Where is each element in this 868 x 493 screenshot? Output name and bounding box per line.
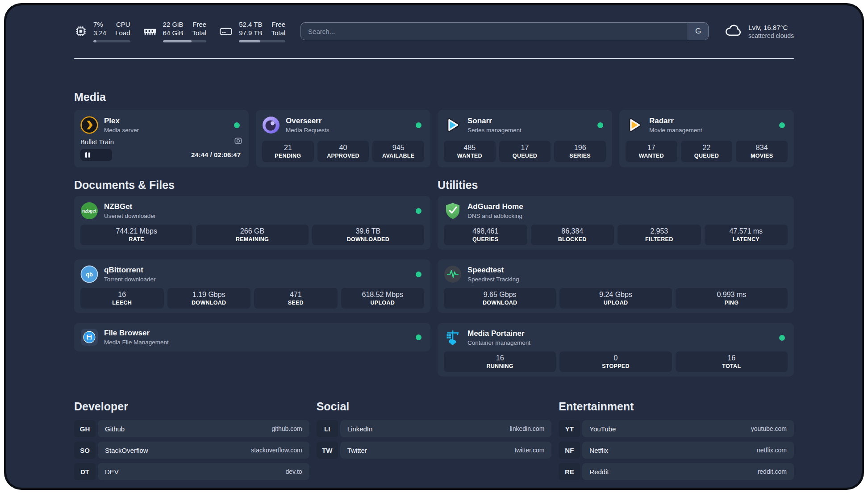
- bookmark-name: Reddit: [589, 468, 609, 476]
- search-engine-button[interactable]: G: [688, 23, 708, 40]
- cpu-usage-value: 7%: [93, 20, 106, 29]
- app-desc: Container management: [467, 339, 530, 346]
- bookmark-group-social: Social LI LinkedInlinkedin.com TW Twitte…: [317, 400, 552, 480]
- stat-tile: 9.65 GbpsDOWNLOAD: [444, 288, 556, 309]
- bookmark-url: github.com: [271, 425, 302, 432]
- now-playing-title: Bullet Train: [80, 138, 114, 146]
- plex-card[interactable]: Plex Media server Bullet Train 24:44 / 0…: [74, 110, 249, 167]
- bookmark-abbr: SO: [74, 442, 96, 459]
- stat-tile: 266 GBREMAINING: [196, 225, 308, 245]
- app-name: Radarr: [649, 117, 702, 125]
- app-name: Plex: [104, 117, 139, 125]
- app-name: qBittorrent: [104, 266, 156, 275]
- status-dot: [234, 122, 240, 128]
- stat-tile: 22QUEUED: [681, 141, 733, 162]
- cpu-usage-label: CPU: [115, 20, 130, 29]
- weather-condition: scattered clouds: [748, 32, 794, 39]
- app-name: Speedtest: [467, 266, 519, 275]
- cpu-icon: [74, 25, 88, 38]
- stat-tile: 471SEED: [254, 288, 338, 309]
- weather-widget[interactable]: Lviv, 16.87°C scattered clouds: [724, 23, 794, 40]
- bookmark-url: youtube.com: [751, 425, 787, 432]
- filebrowser-icon: [80, 328, 98, 346]
- ram-free-value: 22 GiB: [163, 20, 184, 29]
- disk-total-value: 97.9 TB: [239, 29, 262, 37]
- bookmark-abbr: YT: [559, 420, 580, 437]
- search-bar: G: [300, 22, 709, 40]
- bookmark-name: LinkedIn: [347, 425, 373, 433]
- section-documents: Documents & Files nzbget NZBGet Usenet d…: [74, 178, 430, 351]
- playback-progress-bar[interactable]: 24:44 / 02:06:47: [80, 149, 242, 161]
- bookmark-url: dev.to: [286, 468, 302, 475]
- nzbget-icon: nzbget: [80, 202, 98, 220]
- speedtest-card[interactable]: Speedtest Speedtest Tracking 9.65 GbpsDO…: [438, 259, 794, 313]
- stat-tile: 485WANTED: [444, 141, 496, 162]
- bookmark-reddit[interactable]: RE Redditreddit.com: [559, 463, 794, 480]
- now-playing-icon: [234, 137, 242, 147]
- bookmark-netflix[interactable]: NF Netflixnetflix.com: [559, 442, 794, 459]
- bookmark-abbr: DT: [74, 463, 96, 480]
- filebrowser-card[interactable]: File Browser Media File Management: [74, 323, 430, 351]
- bookmark-name: YouTube: [589, 425, 616, 433]
- stat-tile: 834MOVIES: [736, 141, 788, 162]
- bookmark-dev[interactable]: DT DEVdev.to: [74, 463, 309, 480]
- bookmark-abbr: LI: [317, 420, 338, 437]
- app-name: AdGuard Home: [467, 202, 523, 211]
- pause-icon[interactable]: [85, 152, 90, 158]
- ram-free-label: Free: [192, 20, 206, 29]
- overseerr-card[interactable]: Overseerr Media Requests 21PENDING 40APP…: [256, 110, 430, 167]
- stat-tile: 39.6 TBDOWNLOADED: [312, 225, 424, 245]
- radarr-card[interactable]: Radarr Movie management 17WANTED 22QUEUE…: [619, 110, 794, 167]
- dashboard: 7% 3.24 CPU Load: [6, 5, 862, 488]
- ram-total-label: Total: [192, 29, 206, 37]
- app-desc: Usenet downloader: [104, 213, 156, 219]
- ram-stat: 22 GiB 64 GiB Free Total: [143, 20, 207, 42]
- stat-tile: 498,461QUERIES: [444, 225, 527, 245]
- bookmark-github[interactable]: GH Githubgithub.com: [74, 420, 309, 437]
- plex-icon: [80, 116, 98, 134]
- status-dot: [416, 334, 421, 340]
- bookmark-linkedin[interactable]: LI LinkedInlinkedin.com: [317, 420, 552, 437]
- bookmark-twitter[interactable]: TW Twittertwitter.com: [317, 442, 552, 459]
- app-name: Sonarr: [467, 117, 522, 125]
- stat-tile: 618.52 MbpsUPLOAD: [341, 288, 425, 309]
- bookmark-name: DEV: [105, 468, 119, 476]
- portainer-card[interactable]: Media Portainer Container management 16R…: [438, 323, 794, 376]
- disk-icon: [219, 25, 233, 38]
- adguard-icon: [444, 202, 462, 220]
- sonarr-card[interactable]: Sonarr Series management 485WANTED 17QUE…: [438, 110, 612, 167]
- search-input[interactable]: [301, 23, 688, 40]
- bookmark-abbr: GH: [74, 420, 96, 437]
- section-title-media: Media: [74, 90, 794, 104]
- stat-tile: 945AVAILABLE: [372, 141, 424, 162]
- section-title-social: Social: [317, 400, 552, 413]
- app-desc: Torrent downloader: [104, 276, 156, 283]
- stat-tile: 17QUEUED: [499, 141, 551, 162]
- stat-tile: 17WANTED: [626, 141, 677, 162]
- bookmark-url: twitter.com: [514, 447, 544, 454]
- disk-total-label: Total: [271, 29, 285, 37]
- speedtest-icon: [444, 265, 462, 283]
- ram-progress-bar: [163, 40, 207, 42]
- adguard-card[interactable]: AdGuard Home DNS and adblocking 498,461Q…: [438, 196, 794, 250]
- section-title-documents: Documents & Files: [74, 178, 430, 192]
- app-name: File Browser: [104, 329, 169, 338]
- bookmark-url: netflix.com: [757, 447, 787, 454]
- app-desc: Media server: [104, 127, 139, 134]
- stat-tile: 0STOPPED: [559, 351, 672, 372]
- playback-time: 24:44 / 02:06:47: [191, 151, 241, 159]
- app-name: Media Portainer: [467, 329, 530, 338]
- nzbget-card[interactable]: nzbget NZBGet Usenet downloader 744.21 M…: [74, 196, 430, 250]
- app-desc: DNS and adblocking: [467, 213, 523, 219]
- qbittorrent-card[interactable]: qb qBittorrent Torrent downloader 16LEEC…: [74, 259, 430, 313]
- bookmark-youtube[interactable]: YT YouTubeyoutube.com: [559, 420, 794, 437]
- disk-progress-bar: [239, 40, 285, 42]
- bookmark-name: Github: [105, 425, 125, 433]
- bookmark-name: Twitter: [347, 447, 367, 454]
- status-dot: [416, 272, 421, 277]
- ram-total-value: 64 GiB: [163, 29, 184, 37]
- stat-tile: 16RUNNING: [444, 351, 556, 372]
- portainer-icon: [444, 329, 462, 347]
- app-name: NZBGet: [104, 202, 156, 211]
- bookmark-stackoverflow[interactable]: SO StackOverflowstackoverflow.com: [74, 442, 309, 459]
